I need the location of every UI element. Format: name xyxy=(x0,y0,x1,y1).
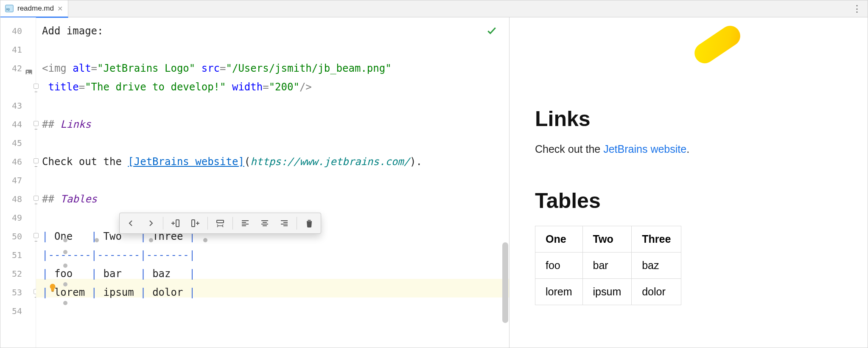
inspection-ok-icon[interactable] xyxy=(486,25,497,38)
code-token: | xyxy=(42,230,54,242)
tab-options-icon[interactable]: ⋮ xyxy=(852,3,862,14)
preview-pane: Links Check out the JetBrains website. T… xyxy=(510,17,868,348)
code-token: baz xyxy=(152,268,189,280)
code-area[interactable]: Add image:<img alt="JetBrains Logo" src=… xyxy=(36,17,509,348)
code-token: . xyxy=(416,156,422,168)
code-token: width xyxy=(232,81,263,93)
code-token: | xyxy=(189,249,195,261)
code-line[interactable] xyxy=(42,40,509,59)
code-line[interactable]: ## Tables xyxy=(42,190,509,208)
code-token: Check out the xyxy=(42,156,128,168)
code-line[interactable]: Add image: xyxy=(42,22,509,40)
line-number: 44 xyxy=(0,115,36,134)
code-token: ------- xyxy=(146,249,189,261)
toolbar-separator xyxy=(207,217,208,230)
code-token xyxy=(42,81,48,93)
line-number: 49 xyxy=(0,208,36,227)
table-handle-dot[interactable] xyxy=(63,238,67,242)
line-number: 45 xyxy=(0,134,36,152)
line-number: 47 xyxy=(0,171,36,190)
line-number: 51 xyxy=(0,246,36,264)
line-number xyxy=(0,78,36,96)
preview-link[interactable]: JetBrains website xyxy=(603,143,686,155)
line-number: 40 xyxy=(0,22,36,40)
svg-rect-5 xyxy=(176,220,179,227)
markdown-file-icon: MD xyxy=(5,4,14,13)
code-token: | xyxy=(189,268,195,280)
code-line[interactable] xyxy=(42,171,509,190)
table-cell: lorem xyxy=(535,279,583,305)
main-split: 404142434445464748495051525354 Add image… xyxy=(0,17,868,348)
arrow-left-button[interactable] xyxy=(122,216,140,231)
code-token: lorem xyxy=(54,286,91,298)
image-gutter-icon xyxy=(25,64,33,73)
code-line[interactable]: title="The drive to develop!" width="200… xyxy=(42,78,509,96)
table-cell: dolor xyxy=(632,279,681,305)
table-header-cell: Two xyxy=(582,226,632,253)
code-token: | xyxy=(140,286,152,298)
table-handle-dot[interactable] xyxy=(95,238,99,242)
code-token: ------- xyxy=(97,249,140,261)
table-handle-dot[interactable] xyxy=(149,238,153,242)
code-line[interactable] xyxy=(42,302,509,320)
table-handle-dot[interactable] xyxy=(63,250,67,254)
line-number: 43 xyxy=(0,96,36,115)
table-handle-dot[interactable] xyxy=(63,282,67,286)
editor-tab[interactable]: MD readme.md ✕ xyxy=(0,0,68,18)
arrow-right-icon xyxy=(146,218,156,228)
preview-heading-tables: Tables xyxy=(535,188,842,213)
code-token: ## xyxy=(42,118,60,130)
code-line[interactable]: |-------|-------|-------| xyxy=(42,246,509,264)
code-token: Add image: xyxy=(42,25,104,37)
code-token xyxy=(195,62,201,74)
table-header-cell: One xyxy=(535,226,583,253)
code-token: Tables xyxy=(60,193,97,205)
preview-text: Check out the xyxy=(535,143,603,155)
code-token: ------- xyxy=(48,249,91,261)
toolbar-separator xyxy=(163,217,163,230)
align-center-button[interactable] xyxy=(256,216,274,231)
line-number: 46 xyxy=(0,152,36,171)
svg-rect-6 xyxy=(192,220,195,227)
code-token: src xyxy=(202,62,220,74)
table-toolbar xyxy=(119,213,321,234)
code-token: alt xyxy=(73,62,91,74)
code-line[interactable] xyxy=(42,96,509,115)
tab-filename: readme.md xyxy=(17,4,54,13)
table-cell: baz xyxy=(632,253,681,279)
code-token: = xyxy=(91,62,97,74)
code-line[interactable]: ## Links xyxy=(42,115,509,134)
align-left-button[interactable] xyxy=(236,216,254,231)
table-handle-dot[interactable] xyxy=(63,301,67,305)
insert-col-after-button[interactable] xyxy=(186,216,204,231)
code-token: "JetBrains Logo" xyxy=(97,62,195,74)
code-token: ( xyxy=(244,156,250,168)
intention-bulb-icon[interactable] xyxy=(48,283,57,292)
code-token: | xyxy=(42,249,48,261)
close-tab-icon[interactable]: ✕ xyxy=(57,5,63,13)
table-handle-dot[interactable] xyxy=(63,264,67,268)
line-number: 42 xyxy=(0,59,36,78)
table-cell: foo xyxy=(535,253,583,279)
scroll-thumb[interactable] xyxy=(502,242,508,323)
code-line[interactable]: Check out the [JetBrains website](https:… xyxy=(42,152,509,171)
tab-bar: MD readme.md ✕ ⋮ xyxy=(0,0,868,17)
line-number: 41 xyxy=(0,40,36,59)
align-right-button[interactable] xyxy=(275,216,293,231)
arrow-right-button[interactable] xyxy=(142,216,160,231)
trash-icon xyxy=(304,218,314,228)
toolbar-separator xyxy=(297,217,297,230)
arrow-left-icon xyxy=(126,218,136,228)
preview-text: . xyxy=(686,143,689,155)
insert-col-before-button[interactable] xyxy=(167,216,185,231)
insert-col-before-icon xyxy=(171,218,181,228)
insert-col-after-icon xyxy=(190,218,200,228)
table-handle-dot[interactable] xyxy=(203,238,207,242)
code-line[interactable]: <img alt="JetBrains Logo" src="/Users/js… xyxy=(42,59,509,78)
trash-button[interactable] xyxy=(300,216,318,231)
code-token: "/Users/jsmith/jb_beam.png" xyxy=(226,62,392,74)
code-line[interactable] xyxy=(42,134,509,152)
preview-links-paragraph: Check out the JetBrains website. xyxy=(535,143,842,155)
insert-row-button[interactable] xyxy=(211,216,229,231)
preview-table: OneTwoThree foobarbazloremipsumdolor xyxy=(535,226,681,305)
